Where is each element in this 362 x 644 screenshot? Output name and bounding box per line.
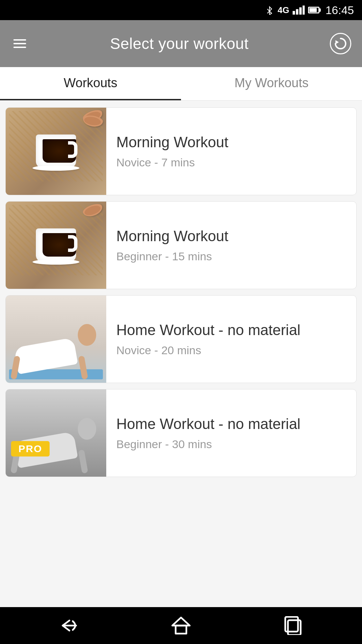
- home-button[interactable]: [164, 613, 198, 638]
- workout-name-1: Morning Workout: [116, 133, 346, 151]
- svg-marker-5: [172, 618, 190, 626]
- workout-name-4: Home Workout - no material: [116, 415, 346, 433]
- status-icons: 4G 16:45: [265, 4, 354, 17]
- workout-meta-2: Beginner - 15 mins: [116, 250, 346, 263]
- workout-image-3: [6, 296, 106, 383]
- back-button[interactable]: [53, 614, 86, 637]
- workout-content-1: Morning Workout Novice - 7 mins: [106, 108, 356, 195]
- menu-button[interactable]: [11, 37, 29, 51]
- battery-icon: [308, 7, 319, 13]
- recents-button[interactable]: [276, 613, 309, 638]
- workout-card-3[interactable]: Home Workout - no material Novice - 20 m…: [5, 295, 357, 383]
- tab-workouts[interactable]: Workouts: [0, 67, 181, 100]
- svg-rect-0: [293, 11, 295, 15]
- back-icon: [59, 617, 79, 634]
- workout-card-2[interactable]: Morning Workout Beginner - 15 mins: [5, 201, 357, 289]
- status-time: 16:45: [325, 4, 354, 17]
- svg-marker-4: [336, 40, 339, 44]
- workout-meta-1: Novice - 7 mins: [116, 156, 346, 169]
- tab-my-workouts[interactable]: My Workouts: [181, 67, 362, 100]
- bottom-nav: [0, 607, 362, 644]
- workout-list: Morning Workout Novice - 7 mins: [0, 101, 362, 607]
- workout-meta-3: Novice - 20 mins: [116, 344, 346, 357]
- svg-rect-1: [296, 9, 298, 14]
- workout-name-2: Morning Workout: [116, 227, 346, 245]
- workout-content-4: Home Workout - no material Beginner - 30…: [106, 389, 356, 477]
- bluetooth-icon: [265, 5, 274, 15]
- refresh-button[interactable]: [330, 33, 351, 54]
- status-bar: 4G 16:45: [0, 0, 362, 20]
- workout-name-3: Home Workout - no material: [116, 321, 346, 339]
- svg-rect-2: [299, 7, 302, 15]
- workout-meta-4: Beginner - 30 mins: [116, 438, 346, 451]
- workout-content-2: Morning Workout Beginner - 15 mins: [106, 202, 356, 289]
- app-bar-title: Select your workout: [29, 35, 330, 53]
- home-icon: [171, 616, 191, 635]
- refresh-icon: [333, 36, 348, 51]
- svg-rect-3: [303, 6, 305, 15]
- app-bar: Select your workout: [0, 20, 362, 67]
- signal-icon: [293, 5, 305, 15]
- recents-icon: [283, 616, 303, 635]
- network-label: 4G: [278, 5, 289, 15]
- workout-card-1[interactable]: Morning Workout Novice - 7 mins: [5, 107, 357, 195]
- tab-bar: Workouts My Workouts: [0, 67, 362, 101]
- workout-image-1: [6, 108, 106, 195]
- workout-content-3: Home Workout - no material Novice - 20 m…: [106, 296, 356, 383]
- workout-image-2: [6, 202, 106, 289]
- svg-rect-6: [176, 626, 186, 634]
- workout-card-4[interactable]: PRO Home Workout - no material Beginner …: [5, 389, 357, 477]
- tab-workouts-label: Workouts: [64, 76, 117, 90]
- workout-image-4: PRO: [6, 389, 106, 477]
- pro-badge: PRO: [11, 441, 50, 457]
- tab-my-workouts-label: My Workouts: [234, 76, 308, 90]
